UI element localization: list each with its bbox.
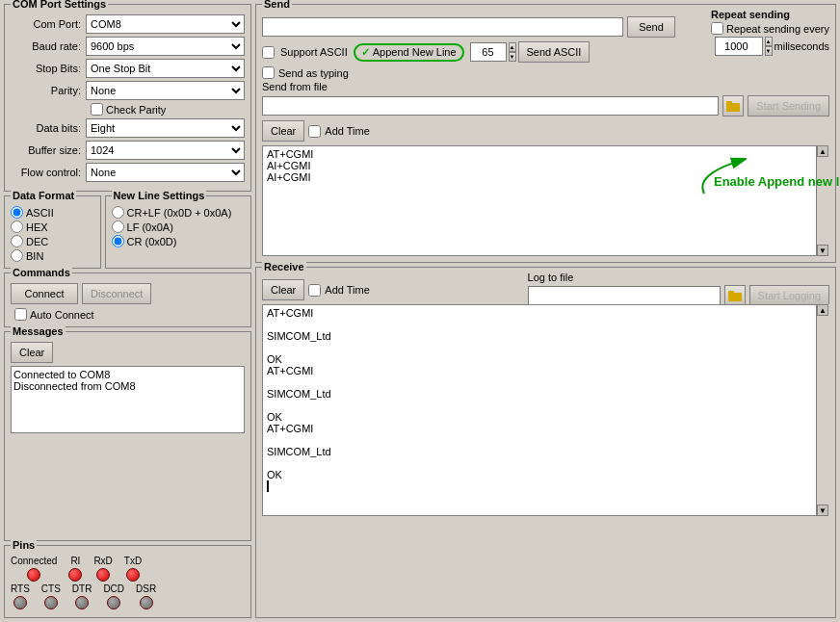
flow-control-label: Flow control:	[11, 167, 86, 178]
recv-line-15: OK	[267, 469, 825, 480]
nl-lf-label: LF (0x0A)	[127, 221, 173, 233]
repeat-checkbox[interactable]	[711, 22, 723, 35]
connect-button[interactable]: Connect	[11, 283, 78, 304]
baud-rate-select[interactable]: 9600 bps	[86, 37, 245, 56]
pin-dsr-label: DSR	[136, 583, 156, 594]
receive-clear-button[interactable]: Clear	[262, 279, 304, 300]
send-clear-button[interactable]: Clear	[262, 120, 304, 142]
ms-label: miliseconds	[774, 40, 829, 52]
recv-line-14	[267, 457, 825, 469]
support-ascii-label: Support ASCII	[280, 46, 348, 58]
recv-scroll-up[interactable]: ▲	[817, 304, 828, 316]
send-file-folder-btn[interactable]	[722, 95, 744, 117]
send-as-typing-checkbox[interactable]	[262, 66, 275, 79]
format-bin-radio[interactable]	[11, 249, 23, 262]
send-log-line-2: AI+CGMI	[267, 160, 825, 171]
flow-control-select[interactable]: None	[86, 163, 245, 182]
send-from-file-label: Send from file	[262, 81, 328, 92]
pin-txd-led	[126, 568, 140, 582]
format-bin-label: BIN	[26, 250, 43, 262]
nl-crlf-radio[interactable]	[112, 206, 124, 219]
svg-rect-0	[726, 103, 740, 112]
send-log-line-1: AT+CGMI	[267, 148, 825, 160]
recv-line-1: AT+CGMI	[267, 307, 825, 319]
format-dec-radio[interactable]	[11, 235, 23, 247]
start-logging-button[interactable]: Start Logging	[749, 285, 829, 306]
commands-box: Commands Connect Disconnect Auto Connect	[4, 272, 251, 327]
send-add-time-label: Add Time	[325, 125, 369, 137]
nl-cr-radio[interactable]	[112, 235, 124, 247]
recv-line-9	[267, 400, 825, 411]
receive-log-area: AT+CGMI SIMCOM_Ltd OK AT+CGMI SIMCOM_Ltd…	[262, 304, 829, 516]
messages-title: Messages	[11, 325, 66, 337]
pins-box: Pins Connected RI RxD	[4, 545, 251, 618]
recv-line-12	[267, 434, 825, 446]
stop-bits-select[interactable]: One Stop Bit	[86, 59, 245, 78]
pin-connected-label: Connected	[11, 556, 57, 566]
receive-add-time-checkbox[interactable]	[308, 284, 321, 297]
send-title: Send	[262, 0, 292, 10]
send-file-input[interactable]	[262, 96, 719, 116]
recv-line-7	[267, 376, 825, 388]
stop-bits-label: Stop Bits:	[11, 63, 86, 74]
ascii-value-input[interactable]	[470, 42, 507, 62]
append-new-line-box: ✓ Append New Line	[354, 43, 464, 62]
format-ascii-radio[interactable]	[11, 206, 23, 219]
svg-rect-2	[728, 293, 742, 301]
send-section: Send AT+CGMI Send Support ASCII ✓ Append…	[255, 4, 836, 263]
send-add-time-checkbox[interactable]	[308, 125, 321, 138]
folder-icon	[726, 100, 740, 112]
ascii-down-btn[interactable]: ▼	[509, 52, 516, 62]
buffer-size-select[interactable]: 1024	[86, 141, 245, 160]
recv-scroll-track	[817, 316, 829, 505]
ms-value-input[interactable]	[715, 37, 763, 56]
format-hex-label: HEX	[26, 221, 48, 233]
data-bits-label: Data bits:	[11, 122, 86, 134]
receive-title: Receive	[262, 261, 306, 272]
disconnect-button[interactable]: Disconnect	[82, 283, 151, 304]
recv-scroll-down[interactable]: ▼	[817, 505, 828, 516]
svg-rect-3	[728, 291, 734, 294]
ms-up-btn[interactable]: ▲	[765, 37, 773, 46]
pin-rts-label: RTS	[11, 583, 30, 594]
pin-dcd-led	[107, 596, 120, 609]
com-port-select[interactable]: COM8	[86, 14, 245, 34]
send-scroll-down[interactable]: ▼	[817, 245, 828, 256]
check-parity-checkbox[interactable]	[91, 103, 103, 116]
pin-dcd-label: DCD	[103, 583, 124, 594]
nl-crlf-label: CR+LF (0x0D + 0x0A)	[127, 207, 232, 219]
recv-line-3: SIMCOM_Ltd	[267, 330, 825, 342]
commands-title: Commands	[11, 267, 72, 278]
receive-scrollbar[interactable]: ▲ ▼	[816, 304, 829, 516]
nl-lf-radio[interactable]	[112, 220, 124, 233]
send-as-typing-label: Send as typing	[278, 67, 349, 79]
auto-connect-checkbox[interactable]	[14, 308, 27, 321]
recv-line-10: OK	[267, 411, 825, 423]
new-line-title: New Line Settings	[112, 190, 207, 201]
send-input[interactable]: AT+CGMI	[262, 17, 623, 37]
pin-ri-label: RI	[70, 556, 80, 566]
send-ascii-button[interactable]: Send ASCII	[518, 41, 591, 63]
pin-cts-led	[44, 596, 58, 609]
send-button[interactable]: Send	[627, 16, 675, 38]
ms-down-btn[interactable]: ▼	[765, 46, 773, 56]
pin-dtr-led	[75, 596, 89, 609]
com-port-label: Com Port:	[11, 18, 86, 30]
parity-select[interactable]: None	[86, 81, 245, 100]
ascii-up-btn[interactable]: ▲	[509, 42, 516, 52]
support-ascii-checkbox[interactable]	[262, 46, 275, 59]
log-folder-icon	[728, 290, 742, 301]
log-file-folder-btn[interactable]	[724, 285, 746, 306]
format-hex-radio[interactable]	[11, 220, 23, 233]
start-sending-button[interactable]: Start Sending	[748, 95, 829, 117]
send-scroll-up[interactable]: ▲	[817, 145, 828, 157]
data-bits-select[interactable]: Eight	[86, 118, 245, 138]
recv-line-5: OK	[267, 353, 825, 365]
receive-add-time-label: Add Time	[325, 284, 369, 296]
send-scrollbar[interactable]: ▲ ▼	[816, 145, 829, 256]
pin-cts-label: CTS	[41, 583, 61, 594]
log-file-input[interactable]	[528, 286, 721, 305]
append-new-line-label: Append New Line	[373, 46, 457, 58]
pins-title: Pins	[11, 539, 37, 551]
clear-messages-button[interactable]: Clear	[11, 342, 53, 363]
